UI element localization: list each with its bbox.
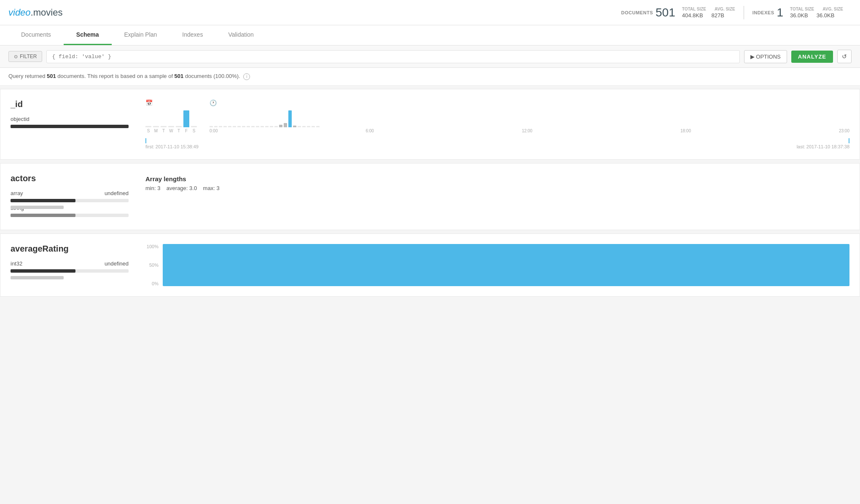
info-icon[interactable]: i (243, 73, 250, 80)
last-date: last: 2017-11-10 18:37:38 (797, 138, 849, 149)
field-id-right: 📅 S M (145, 99, 849, 149)
array-min: 3 (157, 185, 160, 191)
field-id-left: _id objectid (11, 99, 129, 149)
status-prefix: Query returned (8, 73, 47, 79)
status-count1: 501 (47, 73, 56, 79)
field-average-rating-type-row: int32 undefined (11, 260, 129, 267)
field-actors-left: actors array undefined string (11, 174, 129, 220)
array-lengths-title: Array lengths (145, 175, 849, 182)
array-avg: 3.0 (189, 185, 197, 191)
dow-sat (191, 126, 197, 127)
field-id-name: _id (11, 99, 129, 109)
logo-movies: movies (33, 7, 63, 18)
dow-chart-container: 📅 S M (145, 99, 197, 133)
field-actors-undefined-label: undefined (105, 190, 129, 196)
field-average-rating: averageRating int32 undefined 100% 50% 0… (0, 233, 860, 297)
field-id-bar-fill (11, 125, 129, 128)
tab-explain-plan[interactable]: Explain Plan (112, 25, 170, 45)
filter-button[interactable]: ⊙ FILTER (8, 51, 42, 62)
field-average-rating-int32-label: int32 (11, 260, 22, 267)
field-average-rating-inner: averageRating int32 undefined 100% 50% 0… (0, 234, 860, 296)
field-actors-undefined-fill (11, 206, 64, 209)
field-id: _id objectid 📅 (0, 89, 860, 160)
array-lengths-values: min: 3 average: 3.0 max: 3 (145, 185, 849, 191)
dow-mon (153, 126, 159, 127)
indexes-value: 1 (777, 6, 783, 19)
field-actors-right: Array lengths min: 3 average: 3.0 max: 3 (145, 174, 849, 220)
documents-stat: DOCUMENTS 501 TOTAL SIZE AVG. SIZE 404.8… (613, 6, 744, 19)
content: _id objectid 📅 (0, 89, 860, 297)
field-actors-name: actors (11, 174, 129, 183)
logo: video.movies (8, 7, 62, 18)
indexes-total-size-label: TOTAL SIZE (790, 7, 814, 11)
field-actors-bar-track-1 (11, 199, 129, 202)
field-actors-string-fill (11, 214, 75, 217)
field-actors-inner: actors array undefined string Ar (0, 164, 860, 230)
indexes-avg-size-value: 36.0KB (817, 12, 835, 19)
tabs: Documents Schema Explain Plan Indexes Va… (0, 25, 860, 46)
array-max: 3 (216, 185, 219, 191)
status-suffix: documents (100.00%). (183, 73, 240, 79)
tab-schema[interactable]: Schema (64, 25, 112, 45)
rating-bar-fill (163, 244, 849, 286)
tab-documents[interactable]: Documents (8, 25, 64, 45)
tod-chart-container: 🕐 (210, 99, 849, 133)
documents-value: 501 (656, 6, 675, 19)
total-size-label: TOTAL SIZE (682, 7, 706, 11)
first-date: first: 2017-11-10 15:38:49 (145, 138, 199, 149)
field-actors: actors array undefined string Ar (0, 163, 860, 230)
dow-sun (145, 126, 151, 127)
filter-bar: ⊙ FILTER ▶ OPTIONS ANALYZE ↺ (0, 46, 860, 68)
refresh-button[interactable]: ↺ (837, 50, 852, 63)
dow-bars (145, 109, 197, 127)
indexes-avg-size-label: AVG. SIZE (822, 7, 843, 11)
first-date-label: first: 2017-11-10 15:38:49 (145, 144, 199, 149)
status-middle: documents. This report is based on a sam… (56, 73, 175, 79)
dow-thu (176, 126, 182, 127)
options-button[interactable]: ▶ OPTIONS (744, 50, 787, 63)
status-bar: Query returned 501 documents. This repor… (0, 68, 860, 86)
indexes-label: INDEXES (752, 10, 774, 15)
clock-icon: 🕐 (210, 99, 217, 106)
rating-chart: 100% 50% 0% (145, 244, 849, 286)
header: video.movies DOCUMENTS 501 TOTAL SIZE AV… (0, 0, 860, 25)
filter-icon: ⊙ (14, 54, 18, 59)
field-id-bar-track (11, 125, 129, 128)
field-average-rating-int32-fill (11, 269, 75, 273)
rating-y-100: 100% (147, 244, 159, 249)
field-average-rating-name: averageRating (11, 244, 129, 254)
field-average-rating-left: averageRating int32 undefined (11, 244, 129, 286)
field-actors-array-label: array (11, 190, 23, 196)
logo-video: video (8, 7, 31, 18)
field-actors-type-row: array undefined (11, 190, 129, 196)
tab-validation[interactable]: Validation (215, 25, 266, 45)
filter-label: FILTER (20, 54, 37, 59)
field-actors-array-fill (11, 199, 75, 202)
dow-fri (183, 110, 189, 127)
field-average-rating-right: 100% 50% 0% (145, 244, 849, 286)
indexes-stat: INDEXES 1 TOTAL SIZE AVG. SIZE 36.0KB 36… (744, 6, 852, 19)
field-average-rating-undefined-label: undefined (105, 260, 129, 267)
tab-indexes[interactable]: Indexes (169, 25, 215, 45)
field-average-rating-bar-track (11, 269, 129, 273)
header-stats: DOCUMENTS 501 TOTAL SIZE AVG. SIZE 404.8… (613, 6, 852, 19)
indexes-total-size-value: 36.0KB (790, 12, 808, 19)
rating-y-axis: 100% 50% 0% (145, 244, 160, 286)
field-average-rating-undefined-fill (11, 276, 64, 279)
field-id-type-label: objectid (11, 116, 30, 122)
field-id-inner: _id objectid 📅 (0, 89, 860, 159)
avg-size-label: AVG. SIZE (715, 7, 735, 11)
documents-sub: TOTAL SIZE AVG. SIZE 404.8KB 827B (682, 7, 735, 19)
calendar-icon: 📅 (145, 99, 153, 106)
dow-tue (161, 126, 167, 127)
analyze-button[interactable]: ANALYZE (791, 51, 833, 63)
last-date-label: last: 2017-11-10 18:37:38 (797, 144, 849, 149)
dow-labels: S M T W T F S (145, 129, 197, 133)
total-size-value: 404.8KB (682, 12, 703, 19)
date-range: first: 2017-11-10 15:38:49 last: 2017-11… (145, 138, 849, 149)
filter-input[interactable] (46, 50, 739, 63)
tod-bars (210, 109, 849, 127)
documents-label: DOCUMENTS (621, 10, 653, 15)
field-actors-bar-track-2 (11, 214, 129, 217)
rating-y-0: 0% (152, 281, 159, 286)
